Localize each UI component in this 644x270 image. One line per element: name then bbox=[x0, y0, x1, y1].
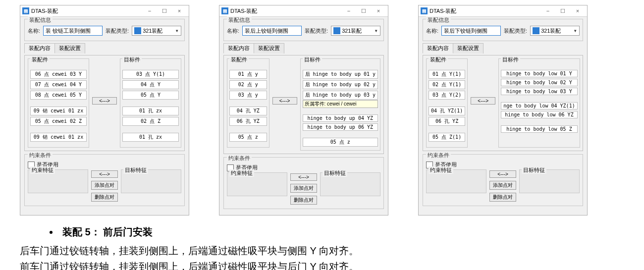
target-parts-group: 目标件 后 hinge to body up 01 y后 hinge to bo… bbox=[300, 58, 380, 151]
titlebar[interactable]: ▤ DTAS-装配 − ☐ × bbox=[20, 5, 189, 17]
list-item[interactable]: 06 点 cewei 03 Y bbox=[30, 70, 87, 79]
name-input[interactable]: 装后下铰链到侧围 bbox=[441, 26, 501, 36]
target-feature-title: 目标特征 bbox=[522, 166, 546, 174]
assembly-parts-title: 装配件 bbox=[429, 56, 448, 63]
close-button[interactable]: × bbox=[570, 6, 585, 16]
list-item[interactable]: 05 点 Y bbox=[122, 91, 179, 100]
swap-constraint-button[interactable]: <---> bbox=[91, 170, 118, 178]
list-item[interactable]: 01 点 Y(1) bbox=[429, 70, 465, 79]
name-input[interactable]: 装 铰链工装到侧围 bbox=[43, 26, 103, 36]
swap-constraint-button[interactable]: <---> bbox=[489, 170, 516, 178]
name-input[interactable]: 装后上铰链到侧围 bbox=[242, 26, 302, 36]
target-parts-title: 目标件 bbox=[501, 56, 520, 63]
swap-button[interactable]: <---> bbox=[92, 97, 117, 105]
list-item[interactable]: 后 hinge to body up 01 y bbox=[303, 70, 378, 79]
titlebar[interactable]: ▤ DTAS-装配 − ☐ × bbox=[419, 5, 587, 17]
list-item[interactable]: 01 孔 zx bbox=[122, 133, 179, 142]
close-button[interactable]: × bbox=[172, 6, 187, 16]
maximize-button[interactable]: ☐ bbox=[356, 6, 371, 16]
list-item[interactable]: hinge to body low 03 Y bbox=[501, 88, 578, 95]
list-item[interactable]: 05 点 cewei 02 Z bbox=[30, 117, 87, 126]
add-pair-button[interactable]: 添加点对 bbox=[489, 181, 516, 190]
list-item[interactable]: 02 点 Y(1) bbox=[429, 80, 465, 89]
target-parts-list: 后 hinge to body up 01 y后 hinge to body u… bbox=[303, 70, 378, 147]
group-info-title: 装配信息 bbox=[426, 16, 451, 24]
list-item[interactable]: 后 hinge to body up 03 y bbox=[303, 91, 378, 100]
constraint-feature-title: 约束特征 bbox=[30, 166, 55, 174]
tab-settings[interactable]: 装配设置 bbox=[453, 43, 483, 54]
group-constraint-title: 约束条件 bbox=[426, 152, 451, 159]
list-item[interactable]: 06 孔 YZ bbox=[229, 117, 267, 126]
swap-constraint-button[interactable]: <---> bbox=[290, 173, 317, 181]
list-item[interactable]: 08 点 cewei 05 Y bbox=[30, 91, 87, 100]
list-item[interactable]: hinge to body up 06 YZ bbox=[303, 123, 378, 131]
dialogs-row: ▤ DTAS-装配 − ☐ × 装配信息 名称: 装 铰链工装到侧围 装配类型: bbox=[0, 0, 644, 216]
titlebar[interactable]: ▤ DTAS-装配 − ☐ × bbox=[219, 5, 388, 17]
minimize-button[interactable]: − bbox=[341, 6, 356, 16]
maximize-button[interactable]: ☐ bbox=[157, 6, 172, 16]
list-item[interactable]: 03 点 Y(2) bbox=[429, 91, 465, 100]
maximize-button[interactable]: ☐ bbox=[555, 6, 570, 16]
list-item[interactable]: 07 点 cewei 04 Y bbox=[30, 80, 87, 89]
list-item[interactable]: hinge to body low 06 YZ bbox=[501, 111, 578, 118]
list-item[interactable]: 02 点 y bbox=[229, 80, 267, 89]
tab-content[interactable]: 装配内容 bbox=[223, 43, 254, 54]
tab-settings[interactable]: 装配设置 bbox=[254, 43, 284, 54]
window-title: DTAS-装配 bbox=[31, 7, 142, 15]
tab-settings[interactable]: 装配设置 bbox=[54, 43, 85, 54]
swap-button[interactable]: <---> bbox=[272, 97, 297, 105]
swap-button[interactable]: <---> bbox=[471, 97, 495, 105]
add-pair-button[interactable]: 添加点对 bbox=[91, 181, 118, 190]
group-constraint-title: 约束条件 bbox=[28, 152, 53, 159]
delete-pair-button[interactable]: 删除点对 bbox=[489, 193, 516, 202]
type-select[interactable]: 321装配 ▼ bbox=[530, 26, 580, 36]
tab-content[interactable]: 装配内容 bbox=[24, 43, 55, 54]
delete-pair-button[interactable]: 删除点对 bbox=[290, 196, 317, 205]
target-parts-group: 目标件 03 点 Y(1)04 点 Y05 点 Y01 孔 zx02 点 Z01… bbox=[120, 58, 181, 148]
target-parts-title: 目标件 bbox=[303, 56, 322, 63]
list-item[interactable]: hinge to body low 01 Y bbox=[501, 70, 578, 77]
list-item[interactable]: 后 hinge to body up 02 y bbox=[303, 80, 378, 89]
list-item[interactable]: 09 销 cewei 01 zx bbox=[30, 107, 87, 115]
group-constraint: 约束条件 是否使用 约束特征 <---> 添加点对 删除点对 bbox=[223, 157, 384, 209]
list-item[interactable]: 06 孔 YZ bbox=[429, 117, 465, 126]
list-item[interactable]: hinge to body up 04 YZ bbox=[303, 114, 378, 122]
list-item[interactable]: 04 孔 YZ(1) bbox=[429, 107, 465, 115]
list-item[interactable]: 03 点 y bbox=[229, 91, 267, 100]
tab-content[interactable]: 装配内容 bbox=[423, 43, 453, 54]
list-item[interactable]: hinge to body low 02 Y bbox=[501, 79, 578, 86]
bullet-icon bbox=[50, 231, 53, 234]
window-title: DTAS-装配 bbox=[230, 7, 341, 15]
chevron-down-icon: ▼ bbox=[175, 29, 179, 33]
type-select[interactable]: 321装配 ▼ bbox=[132, 26, 181, 36]
target-feature-box: 目标特征 bbox=[519, 169, 580, 193]
group-constraint: 约束条件 是否使用 约束特征 <---> 添加点对 删除点对 bbox=[24, 154, 185, 206]
list-item[interactable]: 05 点 Z(1) bbox=[429, 133, 465, 142]
list-item[interactable]: 02 点 Z bbox=[122, 117, 179, 126]
app-icon: ▤ bbox=[22, 7, 29, 14]
list-item[interactable]: 09 销 cewei 01 zx bbox=[30, 133, 87, 142]
minimize-button[interactable]: − bbox=[142, 6, 157, 16]
target-parts-list: hinge to body low 01 Yhinge to body low … bbox=[501, 70, 578, 133]
list-item[interactable]: 01 点 y bbox=[229, 70, 267, 79]
dialog-3: ▤ DTAS-装配 − ☐ × 装配信息 名称: 装后下铰链到侧围 装配类型: bbox=[418, 5, 588, 216]
type-label: 装配类型: bbox=[305, 27, 328, 35]
minimize-button[interactable]: − bbox=[540, 6, 555, 16]
list-item[interactable]: 01 孔 zx bbox=[122, 107, 179, 115]
list-item[interactable]: 04 点 Y bbox=[122, 80, 179, 89]
delete-pair-button[interactable]: 删除点对 bbox=[91, 193, 118, 202]
content-pane: 装配件 01 点 y02 点 y03 点 y04 孔 YZ06 孔 YZ05 点… bbox=[223, 55, 384, 154]
list-item[interactable]: hinge to body low 05 Z bbox=[501, 125, 578, 133]
close-button[interactable]: × bbox=[371, 6, 386, 16]
list-item[interactable]: nge to body low 04 YZ(1) bbox=[501, 102, 578, 109]
constraint-feature-box: 约束特征 bbox=[28, 169, 88, 193]
type-select[interactable]: 321装配 ▼ bbox=[331, 26, 380, 36]
add-pair-button[interactable]: 添加点对 bbox=[290, 184, 317, 193]
type-label: 装配类型: bbox=[106, 27, 129, 35]
list-item[interactable]: 03 点 Y(1) bbox=[122, 70, 179, 79]
list-item[interactable]: 05 点 z bbox=[229, 133, 267, 142]
list-item[interactable]: 05 点 z bbox=[303, 138, 378, 147]
type-icon bbox=[134, 27, 141, 34]
list-item[interactable]: 04 孔 YZ bbox=[229, 107, 267, 115]
assembly-parts-group: 装配件 06 点 cewei 03 Y07 点 cewei 04 Y08 点 c… bbox=[28, 58, 89, 148]
